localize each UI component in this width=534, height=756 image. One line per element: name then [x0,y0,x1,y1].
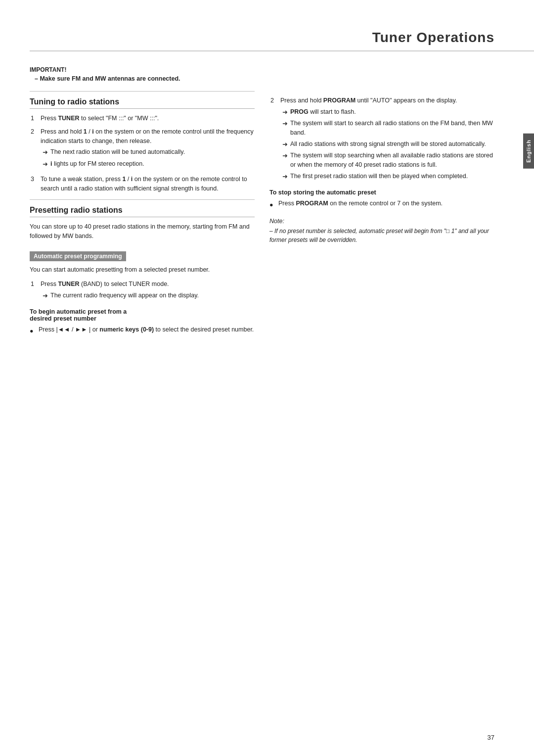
right-step-num-2: 2 [270,96,277,183]
page-title: Tuner Operations [372,30,494,45]
right-arrow-icon-1: ➜ [282,107,288,117]
right-arrow-text-4: The system will stop searching when all … [290,151,494,170]
right-arrow-icon-3: ➜ [282,140,288,149]
content-area: IMPORTANT! – Make sure FM and MW antenna… [0,66,534,338]
stop-preset-bullet: ● Press PROGRAM on the remote control or… [269,199,494,210]
bold-3: 1 [122,176,126,183]
language-tab: English [523,134,534,169]
right-arrow-icon-2: ➜ [282,119,288,138]
right-step-2: 2 Press and hold PROGRAM until "AUTO" ap… [269,96,494,183]
divider-1 [30,91,255,92]
bold-4: i [131,176,133,183]
bold-2: i [92,128,93,135]
page-number: 37 [488,734,494,741]
presetting-step-1-content: Press TUNER (BAND) to select TUNER mode.… [41,280,255,302]
arrow-item-1: ➜ The next radio station will be tuned a… [43,147,255,157]
stop-preset-text: Press PROGRAM on the remote control or 7… [278,199,443,210]
program-bold-1: PROGRAM [323,97,356,104]
right-arrow-text-5: The first preset radio station will then… [290,172,468,182]
right-arrow-icon-4: ➜ [282,151,288,170]
note-label: Note: [269,218,494,225]
auto-preset-desc: You can start automatic presetting from … [30,265,255,275]
right-arrow-1: ➜ PROG will start to flash. [282,107,494,117]
presetting-arrow-icon-1: ➜ [43,291,48,301]
right-step-2-content: Press and hold PROGRAM until "AUTO" appe… [280,96,494,183]
presetting-section-heading: Presetting radio stations [30,206,255,217]
step-3-content: To tune a weak station, press 1 / i on t… [41,175,255,193]
page-container: Tuner Operations English IMPORTANT! – Ma… [0,0,534,756]
arrow-item-2: ➜ i lights up for FM stereo reception. [43,159,255,169]
step-num-3: 3 [31,175,38,193]
presetting-step-1: 1 Press TUNER (BAND) to select TUNER mod… [30,280,255,302]
begin-preset-text: Press |◄◄ / ►► | or numeric keys (0-9) t… [39,325,254,336]
program-bold-2: PROGRAM [296,200,328,207]
presetting-arrow-1: ➜ The current radio frequency will appea… [43,291,255,301]
presetting-steps: 1 Press TUNER (BAND) to select TUNER mod… [30,280,255,302]
right-arrow-5: ➜ The first preset radio station will th… [282,172,494,182]
stop-preset-heading-text: To stop storing the automatic preset [269,189,376,196]
right-steps: 2 Press and hold PROGRAM until "AUTO" ap… [269,96,494,183]
important-box: IMPORTANT! – Make sure FM and MW antenna… [30,66,255,82]
arrow-icon-1: ➜ [43,147,48,157]
right-arrow-icon-5: ➜ [282,172,288,182]
bullet-circle-1: ● [30,327,36,336]
tuning-step-2: 2 Press and hold 1 / i on the system or … [30,127,255,171]
tuner-bold-1: TUNER [58,115,79,122]
tuning-step-1: 1 Press TUNER to select "FM :::" or "MW … [30,114,255,123]
arrow-text-1: The next radio station will be tuned aut… [50,147,185,157]
arrow-text-2: i lights up for FM stereo reception. [50,159,144,169]
presetting-step-num-1: 1 [31,280,38,302]
prog-bold: PROG [290,108,309,115]
stop-preset-heading: To stop storing the automatic preset [269,189,494,196]
step-num-1: 1 [31,114,38,123]
arrow-icon-2: ➜ [43,159,48,169]
right-arrow-text-1: PROG will start to flash. [290,107,356,117]
begin-preset-heading-line1: To begin automatic preset from a [30,308,127,315]
bullet-circle-2: ● [269,200,275,210]
presetting-intro: You can store up to 40 preset radio stat… [30,222,255,241]
begin-preset-heading: To begin automatic preset from a desired… [30,308,255,322]
tuning-section-heading: Tuning to radio stations [30,97,255,109]
right-arrow-text-2: The system will start to search all radi… [290,119,494,138]
step-2-content: Press and hold 1 / i on the system or on… [41,127,255,171]
auto-preset-box-label: Automatic preset programming [30,251,126,261]
tuner-bold-2: TUNER [58,281,79,287]
divider-2 [30,199,255,200]
presetting-arrow-text-1: The current radio frequency will appear … [50,291,199,301]
important-text: – Make sure FM and MW antennas are conne… [30,75,255,82]
tuning-steps: 1 Press TUNER to select "FM :::" or "MW … [30,114,255,193]
right-arrow-2: ➜ The system will start to search all ra… [282,119,494,138]
left-column: IMPORTANT! – Make sure FM and MW antenna… [30,66,255,338]
important-title: IMPORTANT! [30,66,255,73]
right-arrow-4: ➜ The system will stop searching when al… [282,151,494,170]
step-1-content: Press TUNER to select "FM :::" or "MW ::… [41,114,255,123]
begin-preset-bullet: ● Press |◄◄ / ►► | or numeric keys (0-9)… [30,325,255,336]
right-arrow-text-3: All radio stations with strong signal st… [290,140,486,149]
note-text: – If no preset number is selected, autom… [269,227,494,244]
right-column: 2 Press and hold PROGRAM until "AUTO" ap… [269,66,494,338]
page-title-area: Tuner Operations [30,30,534,51]
note-block: Note: – If no preset number is selected,… [269,218,494,244]
numeric-keys-bold: numeric keys (0-9) [99,326,154,333]
step-num-2: 2 [31,127,38,171]
bold-1: 1 [84,128,87,135]
right-arrow-3: ➜ All radio stations with strong signal … [282,140,494,149]
begin-preset-heading-line2: desired preset number [30,315,96,322]
tuning-step-3: 3 To tune a weak station, press 1 / i on… [30,175,255,193]
